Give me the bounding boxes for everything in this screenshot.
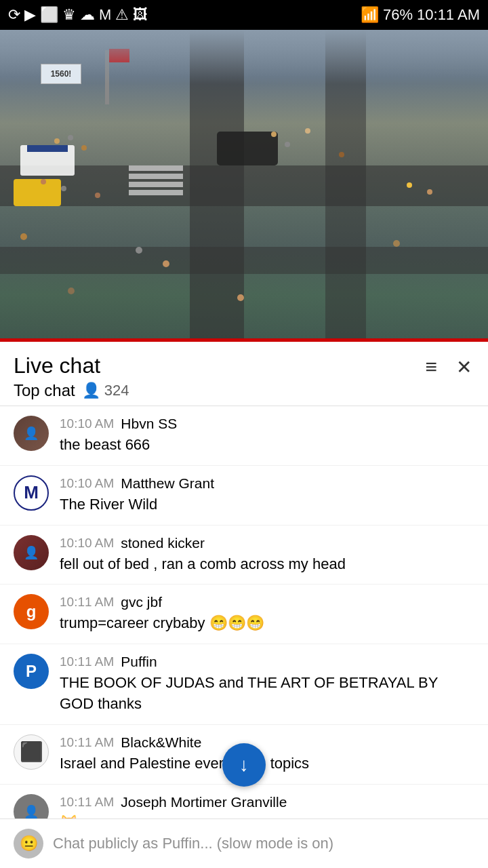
- message-text: THE BOOK OF JUDAS and THE ART OF BETRAYA…: [60, 673, 474, 715]
- close-icon: ✕: [456, 356, 472, 378]
- message-meta: 10:10 AM Matthew Grant: [60, 475, 474, 492]
- chat-list: 👤 10:10 AM Hbvn SS the beast 666 M 10:10…: [0, 406, 488, 868]
- chat-input-area: 😐 Chat publicly as Puffin... (slow mode …: [0, 818, 488, 868]
- filter-button[interactable]: ≡: [422, 353, 440, 381]
- message-meta: 10:11 AM Puffin: [60, 654, 474, 670]
- message-text: The River Wild: [60, 494, 474, 515]
- message-author: Puffin: [121, 654, 157, 670]
- avatar: M: [14, 475, 49, 511]
- message-text: fell out of bed , ran a comb across my h…: [60, 554, 474, 575]
- close-button[interactable]: ✕: [453, 353, 474, 381]
- message-text: trump=career crybaby 😁😁😁: [60, 613, 474, 634]
- sync-icon: ⟳: [8, 6, 20, 24]
- message-meta: 10:11 AM Black&White: [60, 734, 474, 751]
- message-author: gvc jbf: [121, 594, 162, 610]
- chat-title: Live chat: [14, 353, 100, 378]
- message-meta: 10:10 AM Hbvn SS: [60, 416, 474, 432]
- avatar-icon: 👤: [24, 545, 39, 560]
- chat-subheader-left: Top chat 👤 324: [14, 381, 129, 400]
- scroll-down-button[interactable]: ↓: [222, 743, 266, 787]
- chat-message: M 10:10 AM Matthew Grant The River Wild: [0, 466, 488, 526]
- chat-message: 👤 10:10 AM Hbvn SS the beast 666: [0, 406, 488, 466]
- message-author: Matthew Grant: [121, 475, 214, 492]
- video-player[interactable]: 1560!: [0, 30, 488, 342]
- message-text: Israel and Palestine ever green topics: [60, 753, 474, 774]
- avatar: 👤: [14, 416, 49, 451]
- message-content: 10:10 AM Hbvn SS the beast 666: [60, 416, 474, 456]
- scroll-down-icon: ↓: [239, 754, 249, 776]
- viewer-count-text: 324: [104, 382, 129, 399]
- viewer-count-container: 👤 324: [82, 382, 129, 399]
- status-bar: ⟳ ▶ ⬜ ♛ ☁ M ⚠ 🖼 📶 76% 10:11 AM: [0, 0, 488, 30]
- chat-input-avatar: 😐: [14, 829, 43, 859]
- wifi-icon: 📶: [361, 6, 379, 24]
- top-chat-label[interactable]: Top chat: [14, 381, 75, 400]
- avatar-icon: 👤: [24, 804, 39, 819]
- message-content: 10:11 AM Puffin THE BOOK OF JUDAS and TH…: [60, 654, 474, 715]
- chat-message: g 10:11 AM gvc jbf trump=career crybaby …: [0, 585, 488, 644]
- video-content: 1560!: [0, 30, 488, 342]
- chat-message: 👤 10:10 AM stoned kicker fell out of bed…: [0, 526, 488, 585]
- message-time: 10:11 AM: [60, 735, 114, 750]
- status-icons-left: ⟳ ▶ ⬜ ♛ ☁ M ⚠ 🖼: [8, 6, 148, 24]
- avatar: ⬛: [14, 734, 49, 770]
- youtube-icon: ▶: [24, 6, 36, 24]
- message-author: Hbvn SS: [121, 416, 177, 432]
- files-icon: ⬜: [40, 6, 58, 24]
- avatar-letter: P: [26, 662, 37, 681]
- avatar-letter: g: [26, 602, 37, 621]
- avatar-bw-icon: ⬛: [20, 741, 43, 763]
- filter-icon: ≡: [425, 355, 437, 378]
- avatar: 👤: [14, 535, 49, 570]
- message-time: 10:11 AM: [60, 795, 114, 810]
- mail-icon: M: [99, 6, 111, 24]
- chat-input-placeholder[interactable]: Chat publicly as Puffin... (slow mode is…: [53, 835, 474, 852]
- message-time: 10:11 AM: [60, 654, 114, 669]
- avatar-icon: 👤: [24, 426, 39, 441]
- avatar-letter: M: [24, 482, 39, 503]
- crown-icon: ♛: [62, 6, 76, 24]
- message-author: Joseph Mortimer Granville: [121, 794, 287, 810]
- message-content: 10:11 AM Black&White Israel and Palestin…: [60, 734, 474, 774]
- message-content: 10:10 AM stoned kicker fell out of bed ,…: [60, 535, 474, 575]
- message-text: the beast 666: [60, 435, 474, 456]
- chat-header-actions: ≡ ✕: [422, 353, 474, 381]
- avatar: P: [14, 654, 49, 689]
- chat-message: P 10:11 AM Puffin THE BOOK OF JUDAS and …: [0, 644, 488, 725]
- message-meta: 10:10 AM stoned kicker: [60, 535, 474, 551]
- battery-text: 76%: [383, 6, 413, 24]
- chat-header: Live chat ≡ ✕ Top chat 👤 324: [0, 342, 488, 406]
- message-content: 10:10 AM Matthew Grant The River Wild: [60, 475, 474, 515]
- message-time: 10:11 AM: [60, 595, 114, 610]
- message-content: 10:11 AM gvc jbf trump=career crybaby 😁😁…: [60, 594, 474, 634]
- message-time: 10:10 AM: [60, 476, 114, 491]
- cloud-icon: ☁: [80, 6, 95, 24]
- message-author: stoned kicker: [121, 535, 205, 551]
- chat-subheader: Top chat 👤 324: [14, 381, 474, 400]
- chat-avatar-emoji: 😐: [20, 835, 38, 852]
- message-time: 10:10 AM: [60, 536, 114, 551]
- image-icon: 🖼: [133, 6, 148, 24]
- message-time: 10:10 AM: [60, 416, 114, 431]
- message-meta: 10:11 AM Joseph Mortimer Granville: [60, 794, 474, 810]
- avatar: g: [14, 594, 49, 629]
- viewer-icon: 👤: [82, 382, 100, 399]
- video-progress-bar[interactable]: [0, 338, 488, 342]
- message-meta: 10:11 AM gvc jbf: [60, 594, 474, 610]
- message-author: Black&White: [121, 734, 201, 751]
- time-display: 10:11 AM: [417, 6, 480, 24]
- status-icons-right: 📶 76% 10:11 AM: [361, 6, 480, 24]
- warning-icon: ⚠: [115, 6, 129, 24]
